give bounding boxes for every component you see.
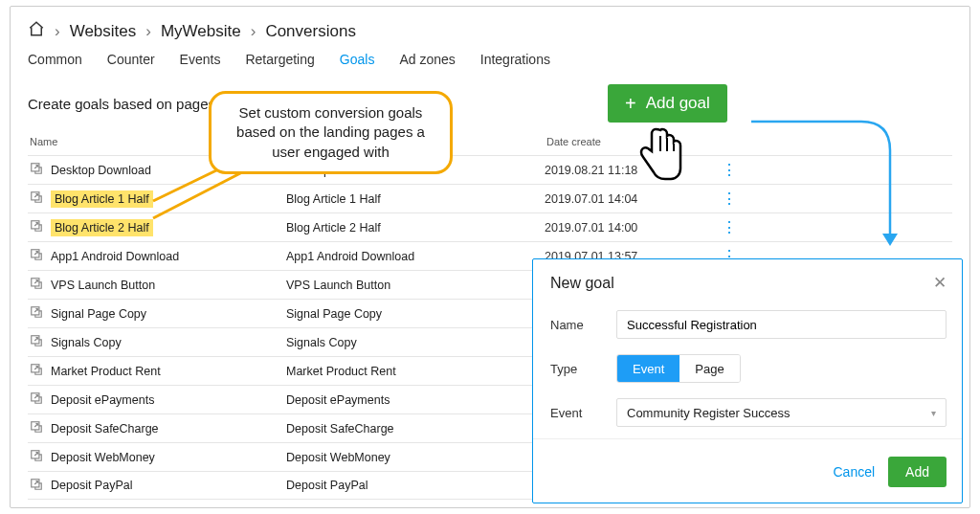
chevron-down-icon: ▾ [931, 408, 936, 418]
table-header: Name Label Date create [28, 132, 952, 155]
breadcrumb-sep: › [55, 22, 60, 41]
row-label: Deposit SafeCharge [286, 422, 545, 436]
tab-retargeting[interactable]: Retargeting [245, 52, 314, 67]
plus-icon: + [625, 94, 636, 113]
table-row[interactable]: Desktop DownloadDesktop Download2019.08.… [28, 155, 952, 184]
row-name: Deposit ePayments [51, 393, 154, 407]
type-page-option[interactable]: Page [679, 355, 739, 382]
table-row[interactable]: Blog Article 1 HalfBlog Article 1 Half20… [28, 184, 952, 212]
type-segmented: Event Page [616, 354, 741, 383]
row-name: VPS Launch Button [51, 279, 155, 292]
row-name: Market Product Rent [51, 365, 161, 378]
tabs: Common Counter Events Retargeting Goals … [28, 52, 952, 67]
row-name: Signal Page Copy [51, 307, 146, 321]
goal-icon [30, 305, 43, 322]
toolbar: Create goals based on pages a + Add goal [28, 84, 952, 123]
row-label: Deposit ePayments [286, 393, 545, 407]
tab-common[interactable]: Common [28, 52, 82, 67]
row-label: Signals Copy [286, 336, 545, 349]
col-date-header: Date create [546, 136, 719, 147]
add-button[interactable]: Add [888, 457, 947, 487]
row-label: VPS Launch Button [286, 279, 545, 292]
tab-integrations[interactable]: Integrations [480, 52, 550, 67]
row-actions-menu[interactable]: ⋮ [717, 218, 740, 236]
row-label: Signal Page Copy [286, 307, 545, 321]
row-name: Deposit PayPal [51, 479, 132, 492]
goal-icon [30, 363, 43, 379]
breadcrumb-level2[interactable]: MyWebsite [161, 22, 241, 41]
row-name: Blog Article 2 Half [51, 219, 153, 236]
breadcrumb-sep: › [251, 22, 256, 41]
tab-counter[interactable]: Counter [107, 52, 155, 67]
new-goal-dialog: New goal ✕ Name Type Event Page Event Co… [532, 258, 963, 503]
row-label: App1 Android Download [286, 250, 545, 263]
goal-icon [30, 190, 43, 207]
goal-name-input[interactable] [616, 310, 947, 339]
row-actions-menu[interactable]: ⋮ [717, 161, 740, 179]
goal-icon [30, 219, 43, 235]
row-name: Blog Article 1 Half [51, 190, 153, 208]
breadcrumb-level3[interactable]: Conversions [265, 22, 356, 41]
breadcrumb-sep: › [145, 22, 151, 41]
event-select[interactable]: Community Register Success ▾ [616, 398, 947, 427]
add-goal-label: Add goal [646, 94, 710, 113]
breadcrumb-level1[interactable]: Websites [70, 22, 137, 41]
annotation-callout: Set custom conversion goals based on the… [209, 91, 453, 174]
row-name: Desktop Download [51, 164, 151, 177]
goal-icon [30, 449, 43, 465]
row-actions-menu[interactable]: ⋮ [717, 190, 740, 208]
tab-goals[interactable]: Goals [340, 52, 375, 67]
home-icon[interactable] [28, 20, 45, 42]
goal-icon [30, 478, 43, 494]
row-date: 2019.07.01 14:04 [545, 192, 717, 206]
table-row[interactable]: Blog Article 2 HalfBlog Article 2 Half20… [28, 212, 952, 241]
row-label: Deposit PayPal [286, 479, 545, 492]
breadcrumb: › Websites › MyWebsite › Conversions [28, 20, 952, 42]
dialog-title: New goal [550, 275, 614, 292]
event-select-value: Community Register Success [627, 406, 791, 420]
page-subtitle: Create goals based on pages a [28, 96, 227, 112]
add-goal-button[interactable]: + Add goal [608, 84, 727, 123]
goal-icon [30, 391, 43, 408]
goal-icon [30, 248, 43, 264]
row-name: App1 Android Download [51, 250, 179, 263]
row-name: Signals Copy [51, 336, 122, 349]
row-name: Deposit WebMoney [51, 451, 155, 464]
cancel-button[interactable]: Cancel [833, 457, 875, 487]
row-label: Blog Article 2 Half [286, 221, 545, 235]
row-label: Market Product Rent [286, 365, 545, 378]
row-label: Blog Article 1 Half [286, 192, 545, 206]
goal-icon [30, 420, 43, 436]
goal-icon [30, 162, 43, 178]
type-event-option[interactable]: Event [617, 355, 679, 382]
close-icon[interactable]: ✕ [933, 273, 947, 293]
goal-icon [30, 277, 43, 293]
row-date: 2019.08.21 11:18 [545, 164, 717, 177]
row-label: Deposit WebMoney [286, 451, 545, 464]
goal-icon [30, 334, 43, 350]
event-label: Event [550, 406, 603, 420]
row-name: Deposit SafeCharge [51, 422, 159, 436]
tab-adzones[interactable]: Ad zones [399, 52, 455, 67]
row-date: 2019.07.01 14:00 [545, 221, 717, 235]
name-label: Name [550, 318, 603, 332]
type-label: Type [550, 362, 603, 376]
tab-events[interactable]: Events [180, 52, 221, 67]
